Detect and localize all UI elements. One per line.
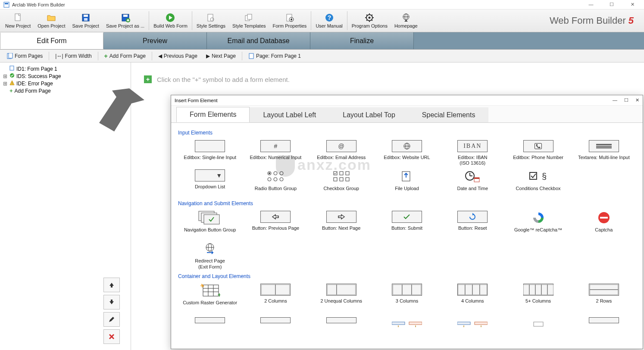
window-close-button[interactable]: ✕ [626, 2, 639, 7]
ribbon-templates-button[interactable]: Style Templates [229, 9, 269, 32]
ribbon-file-new-button[interactable]: New Project [2, 9, 34, 32]
ribbon-folder-open-button[interactable]: Open Project [34, 9, 69, 32]
element-editbox-iban-iso-13616-[interactable]: IBANEditbox: IBAN (ISO 13616) [441, 139, 504, 167]
element-5-columns[interactable]: 5+ Columns [506, 283, 570, 312]
element-file-upload[interactable]: File Upload [375, 169, 439, 198]
svg-point-53 [280, 178, 283, 181]
dialog-tab-layout-label-left[interactable]: Layout Label Left [250, 107, 329, 122]
element-navigation-button-group[interactable]: Navigation Button Group [178, 210, 242, 239]
form-width-button[interactable]: |↔| Form Width [52, 52, 95, 60]
main-tab-finalize[interactable]: Finalize [310, 32, 414, 49]
edit-button[interactable] [103, 312, 120, 327]
svg-point-21 [369, 17, 371, 19]
main-tab-email-and-database[interactable]: Email and Database [207, 32, 310, 49]
previous-page-button[interactable]: ◀ Previous Page [155, 52, 201, 60]
element-conditions-checkbox[interactable]: §Conditions Checkbox [506, 169, 570, 198]
element-partial[interactable] [178, 316, 242, 334]
tree-item[interactable]: ID1: Form Page 1 [2, 65, 129, 72]
element-label: Radio Button Group [255, 186, 297, 197]
svg-rect-89 [412, 284, 421, 295]
element-button-next-page[interactable]: Button: Next Page [309, 210, 373, 239]
dialog-close-button[interactable]: ✕ [635, 97, 639, 103]
tree-item[interactable]: ⊞IDS: Success Page [2, 72, 129, 80]
globe-home-icon [401, 13, 411, 22]
element-editbox-phone-number[interactable]: 📞Editbox: Phone Number [506, 139, 570, 167]
element-checkbox-group[interactable]: Checkbox Group [309, 169, 373, 198]
svg-rect-96 [535, 284, 541, 295]
gear-icon [365, 13, 374, 22]
element-partial[interactable] [244, 316, 307, 334]
element-partial[interactable] [572, 316, 636, 334]
ribbon-save-button[interactable]: Save Project [69, 9, 103, 32]
element-dropdown-list[interactable]: ▼Dropdown List [178, 169, 242, 198]
svg-rect-101 [392, 322, 405, 325]
element-textarea-multi-line-input[interactable]: Textarea: Multi-line Input [572, 139, 636, 167]
element-label: Conditions Checkbox [516, 186, 561, 197]
element-editbox-email-address[interactable]: @Editbox: Email Address [309, 139, 373, 167]
ribbon-play-button[interactable]: Build Web Form [150, 9, 191, 32]
ribbon-gear-button[interactable]: Program Options [348, 9, 391, 32]
element-custom-raster-generator[interactable]: +Custom Raster Generator [178, 283, 242, 312]
style-icon [206, 13, 216, 22]
element-2-unequal-columns[interactable]: 2 Unequal Columns [309, 283, 373, 312]
dialog-minimize-button[interactable]: — [613, 97, 617, 103]
element-google-recaptcha-[interactable]: Google™ reCaptcha™ [506, 210, 570, 239]
main-tab-preview[interactable]: Preview [103, 32, 207, 49]
main-tab-edit-form[interactable]: Edit Form [0, 32, 103, 49]
element-partial[interactable] [375, 316, 439, 334]
next-page-label: Next Page [212, 53, 236, 59]
svg-point-48 [269, 172, 270, 174]
svg-rect-97 [541, 284, 547, 295]
current-page-indicator[interactable]: Page: Form Page 1 [245, 52, 304, 60]
ribbon-gear-doc-button[interactable]: Form Properties [269, 9, 310, 32]
element-captcha[interactable]: Captcha [572, 210, 636, 239]
element-partial[interactable] [506, 316, 570, 334]
element-label: Google™ reCaptcha™ [514, 227, 562, 238]
add-element-plus-icon[interactable]: + [144, 75, 152, 83]
element-label: Editbox: Numerical Input [250, 155, 302, 166]
ribbon-style-button[interactable]: Style Settings [193, 9, 229, 32]
element-editbox-numerical-input[interactable]: #Editbox: Numerical Input [244, 139, 307, 167]
ribbon-save-plus-button[interactable]: Save Project as ... [103, 9, 148, 32]
dialog-tab-layout-label-top[interactable]: Layout Label Top [329, 107, 409, 122]
element-date-and-time[interactable]: Date and Time [441, 169, 504, 198]
section-header: Input Elements [178, 130, 636, 136]
svg-marker-40 [99, 88, 144, 131]
svg-line-29 [366, 20, 367, 21]
delete-button[interactable] [103, 329, 120, 344]
element-redirect-page-exit-form-[interactable]: Redirect Page (Exit Form) [178, 241, 242, 270]
element-3-columns[interactable]: 3 Columns [375, 283, 439, 312]
svg-line-26 [366, 15, 367, 16]
element-partial[interactable] [309, 316, 373, 334]
dialog-tab-form-elements[interactable]: Form Elements [176, 107, 250, 122]
element-partial[interactable] [441, 316, 504, 334]
ribbon-help-button[interactable]: ?User Manual [312, 9, 346, 32]
save-plus-icon [121, 13, 130, 22]
titlebar: Arclab Web Form Builder — ☐ ✕ [0, 0, 644, 9]
element-button-reset[interactable]: Button: Reset [441, 210, 504, 239]
window-minimize-button[interactable]: — [585, 2, 597, 7]
element-editbox-website-url[interactable]: Editbox: Website URL [375, 139, 439, 167]
play-icon [166, 13, 175, 22]
element-2-columns[interactable]: 2 Columns [244, 283, 307, 312]
svg-rect-105 [457, 322, 470, 325]
element-button-submit[interactable]: Button: Submit [375, 210, 439, 239]
move-down-button[interactable] [103, 295, 120, 309]
move-up-button[interactable] [103, 278, 120, 292]
element-2-rows[interactable]: 2 Rows [572, 283, 636, 312]
next-page-button[interactable]: ▶ Next Page [203, 52, 239, 60]
dialog-tab-special-elements[interactable]: Special Elements [409, 107, 489, 122]
svg-rect-109 [534, 322, 543, 326]
window-maximize-button[interactable]: ☐ [605, 2, 618, 7]
element-label: 2 Rows [596, 298, 612, 309]
element-4-columns[interactable]: 4 Columns [441, 283, 504, 312]
ribbon-globe-home-button[interactable]: Homepage [391, 9, 421, 32]
element-radio-button-group[interactable]: Radio Button Group [244, 169, 307, 198]
form-pages-button[interactable]: Form Pages [3, 52, 46, 60]
add-form-page-button[interactable]: + Add Form Page [101, 52, 149, 60]
svg-rect-14 [247, 14, 252, 19]
element-button-previous-page[interactable]: Button: Previous Page [244, 210, 307, 239]
element-editbox-single-line-input[interactable]: Editbox: Single-line Input [178, 139, 242, 167]
svg-point-52 [274, 178, 277, 181]
dialog-maximize-button[interactable]: ☐ [624, 97, 628, 103]
